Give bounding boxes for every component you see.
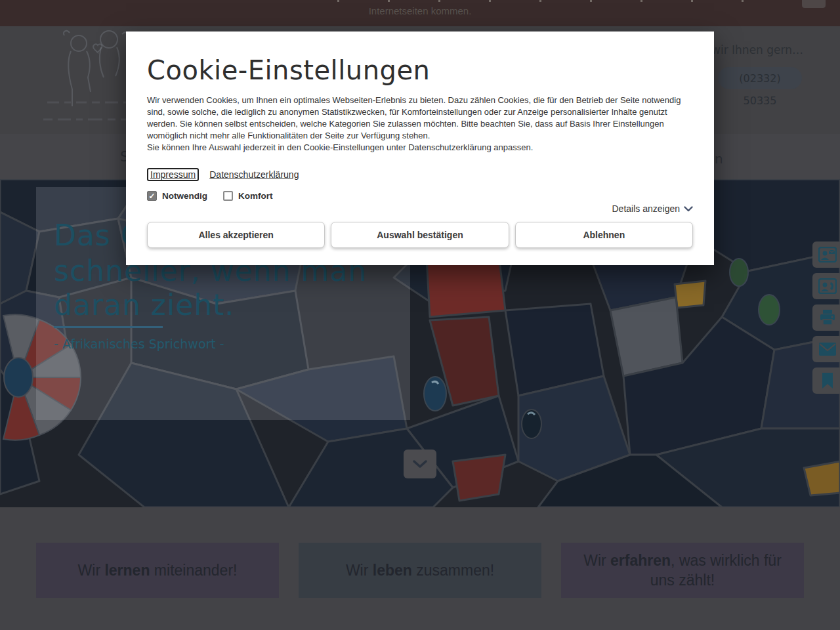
print-button[interactable]	[812, 304, 840, 331]
motto-section: Wir lernen miteinander! Wir leben zusamm…	[0, 507, 840, 630]
motto-tile-erfahren[interactable]: Wir erfahren, was wirklich für uns zählt…	[561, 543, 804, 598]
page: Internetseiten kommen. en wir Ihnen gern…	[0, 0, 840, 630]
details-toggle[interactable]: Details anzeigen	[147, 203, 693, 214]
impressum-link[interactable]: Impressum	[147, 168, 199, 181]
phone-button[interactable]: (02332) 50335	[718, 67, 802, 89]
notice-bar-close-button[interactable]	[802, 0, 826, 8]
dialog-title: Cookie-Einstellungen	[147, 55, 693, 85]
decline-button[interactable]: Ablehnen	[515, 222, 693, 248]
contact-person-mail-icon	[818, 247, 837, 262]
chevron-down-icon	[684, 206, 693, 212]
contact-person-phone-button[interactable]	[812, 273, 840, 299]
nav-item-fragment-right[interactable]: n	[715, 151, 723, 167]
motto-tile-lernen[interactable]: Wir lernen miteinander!	[36, 543, 279, 598]
confirm-selection-button[interactable]: Auswahl bestätigen	[331, 222, 509, 248]
notice-bar: Internetseiten kommen.	[0, 0, 840, 26]
scroll-down-button[interactable]	[404, 450, 436, 478]
quote-attribution: - Afrikanisches Sprichwort -	[54, 337, 224, 351]
motto-tile-leben[interactable]: Wir leben zusammen!	[299, 543, 541, 598]
checkbox-komfort-label: Komfort	[238, 191, 273, 201]
cookie-consent-dialog: Cookie-Einstellungen Wir verwenden Cooki…	[126, 32, 714, 265]
notice-bar-clipped-line	[289, 0, 768, 2]
checkbox-notwendig-label: Notwendig	[162, 191, 207, 201]
mail-icon	[818, 342, 837, 356]
chevron-down-icon	[412, 459, 428, 469]
dialog-body-text: Wir verwenden Cookies, um Ihnen ein opti…	[147, 94, 693, 142]
accept-all-button[interactable]: Alles akzeptieren	[147, 222, 325, 248]
quote-divider	[54, 326, 163, 328]
contact-person-mail-button[interactable]	[812, 242, 840, 268]
checkbox-unchecked-icon[interactable]	[223, 191, 233, 201]
notice-bar-text: Internetseiten kommen.	[0, 5, 840, 16]
contact-person-phone-icon	[818, 278, 837, 294]
checkbox-komfort[interactable]: Komfort	[223, 191, 273, 201]
dialog-body-text-2: Sie können Ihre Auswahl jederzeit in den…	[147, 142, 693, 154]
checkbox-checked-icon[interactable]: ✓	[147, 191, 157, 201]
printer-icon	[819, 309, 836, 326]
bookmark-icon	[821, 372, 834, 389]
datenschutz-link[interactable]: Datenschutzerklärung	[209, 169, 299, 180]
checkbox-notwendig[interactable]: ✓ Notwendig	[147, 191, 207, 201]
email-button[interactable]	[812, 336, 840, 362]
bookmark-button[interactable]	[812, 368, 840, 394]
details-toggle-label: Details anzeigen	[612, 203, 680, 214]
quote-line-3: daran zieht.	[54, 288, 234, 322]
